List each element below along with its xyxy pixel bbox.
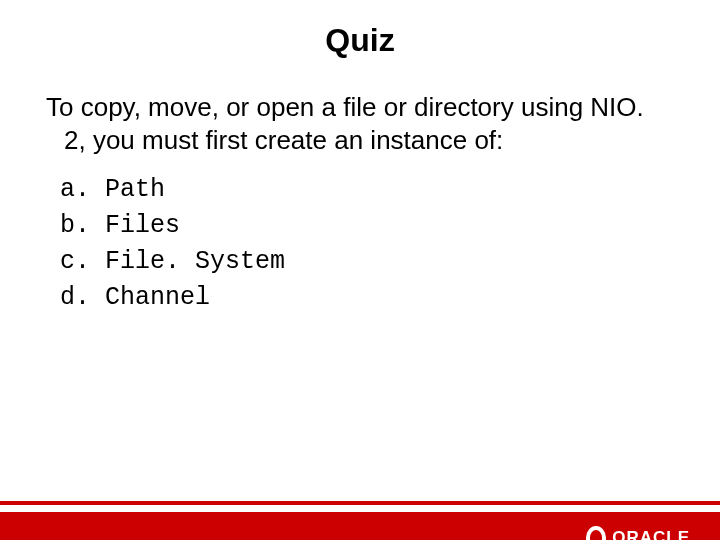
footer-bar: ORACLE bbox=[0, 512, 720, 540]
quiz-question: To copy, move, or open a file or directo… bbox=[46, 91, 670, 158]
option-d: d. Channel bbox=[60, 280, 670, 316]
option-b: b. Files bbox=[60, 208, 670, 244]
slide-title: Quiz bbox=[0, 22, 720, 59]
oracle-logo-text: ORACLE bbox=[612, 528, 690, 540]
slide: Quiz To copy, move, or open a file or di… bbox=[0, 22, 720, 540]
option-a: a. Path bbox=[60, 172, 670, 208]
footer-gap bbox=[0, 505, 720, 512]
quiz-options: a. Path b. Files c. File. System d. Chan… bbox=[60, 172, 670, 317]
oracle-o-icon bbox=[586, 526, 606, 540]
oracle-logo: ORACLE bbox=[586, 526, 690, 540]
option-c: c. File. System bbox=[60, 244, 670, 280]
